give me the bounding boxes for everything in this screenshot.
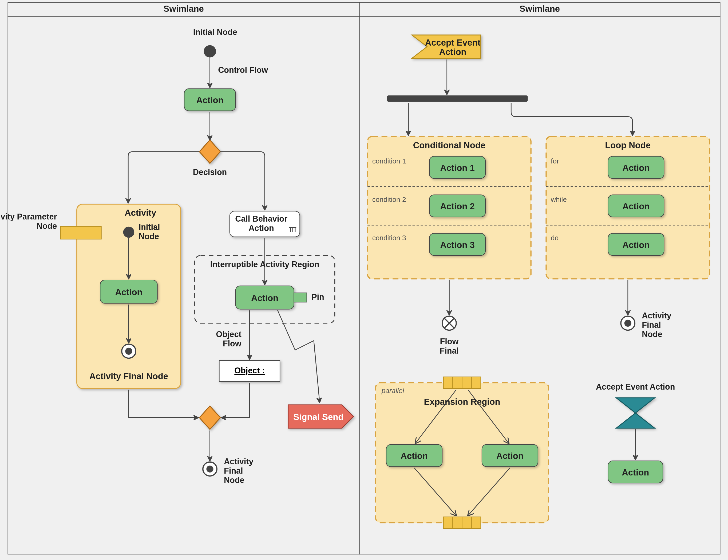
expansion-action-1-label: Action [401,451,428,461]
expansion-node-bottom[interactable] [444,517,481,529]
activity-inner-initial [124,227,134,237]
activity-inner-initial-label-1: Initial [139,223,160,232]
activity-final-right-l2: Final [642,320,661,329]
signal-send-label: Signal Send [294,412,344,422]
final-bottom-label-1: Activity [224,457,254,466]
interruptible-region-label: Interruptible Activity Region [210,260,319,269]
loop-action-3-label: Action [622,240,650,250]
activity-inner-final-label: Activity Final Node [89,371,168,381]
cond1-label: condition 1 [372,157,406,165]
activity-final-right [621,316,635,330]
action-node-1-label: Action [196,95,223,105]
call-behavior-label-2: Action [248,224,274,233]
activity-parameter-label-line1: Activity Parameter [0,212,57,221]
activity-inner-final [122,344,136,358]
loop-title: Loop Node [605,140,651,150]
activity-inner-action-label: Action [115,287,142,297]
object-flow-label-2: Flow [223,339,242,348]
svg-point-29 [624,320,631,327]
swimlane-left-title: Swimlane [163,4,204,14]
svg-rect-37 [462,517,472,529]
svg-point-4 [204,46,216,57]
activity-parameter-label-line2: Node [37,221,57,231]
svg-rect-33 [462,377,472,388]
svg-rect-34 [472,377,481,388]
expansion-kind: parallel [381,387,405,395]
loop-k1: for [551,157,559,165]
cond-action-2-label: Action 2 [440,201,474,211]
expansion-region[interactable]: parallel Expansion Region Action Action [376,377,549,529]
pin-node[interactable] [294,293,307,302]
expansion-action-2-label: Action [496,451,524,461]
loop-k3: do [551,234,559,242]
final-bottom-label-3: Node [224,475,244,484]
cond-action-1-label: Action 1 [440,163,474,173]
call-behavior-label-1: Call Behavior [235,214,287,223]
svg-rect-35 [444,517,453,529]
cond2-label: condition 2 [372,196,406,204]
svg-rect-1 [8,16,359,554]
expansion-node-top[interactable] [444,377,481,388]
initial-node-label: Initial Node [193,27,237,37]
svg-rect-38 [472,517,481,529]
flow-final-node [442,316,456,330]
call-behavior-action[interactable]: Call Behavior Action [230,211,300,237]
accept-time-event-label: Accept Event Action [596,382,675,391]
loop-action-2-label: Action [622,201,650,211]
accept-event-top-label-2: Action [439,47,466,57]
activity-final-right-l3: Node [642,329,662,339]
pin-label: Pin [311,292,324,301]
svg-rect-32 [453,377,462,388]
cond-action-3-label: Action 3 [440,240,474,250]
svg-point-9 [125,348,132,355]
conditional-title: Conditional Node [413,140,485,150]
swimlane-right-title: Swimlane [520,4,560,14]
activity-final-right-l1: Activity [642,311,671,320]
loop-node[interactable]: Loop Node for Action while Action do Act… [546,137,710,279]
expansion-title: Expansion Region [424,397,500,407]
decision-label: Decision [193,168,227,177]
activity-inner-initial-label-2: Node [139,232,159,241]
flow-final-label-1: Flow [440,337,459,346]
svg-rect-31 [444,377,453,388]
swimlane-left: Swimlane [8,2,359,554]
final-bottom-label-2: Final [224,466,243,475]
fork-bar[interactable] [387,96,528,102]
object-flow-label-1: Object [216,329,241,339]
cond3-label: condition 3 [372,234,406,242]
loop-action-1-label: Action [622,163,650,173]
loop-k2: while [551,196,567,204]
conditional-node[interactable]: Conditional Node condition 1 Action 1 co… [367,137,531,279]
activity-final-bottom [203,462,217,476]
activity-title: Activity [125,208,156,218]
object-node[interactable]: Object : [219,360,280,381]
bottom-action-label: Action [622,467,649,477]
flow-final-label-2: Final [440,346,459,355]
object-node-label: Object : [234,366,265,375]
ir-action-label: Action [251,293,278,303]
svg-point-17 [206,466,213,472]
accept-event-top-label-1: Accept Event [425,38,481,47]
activity-parameter-node[interactable] [61,227,101,239]
svg-rect-36 [453,517,462,529]
action-node-1[interactable]: Action [184,89,236,111]
rake-icon [289,228,296,232]
control-flow-label: Control Flow [218,65,268,74]
signal-send-node[interactable]: Signal Send [288,405,354,428]
